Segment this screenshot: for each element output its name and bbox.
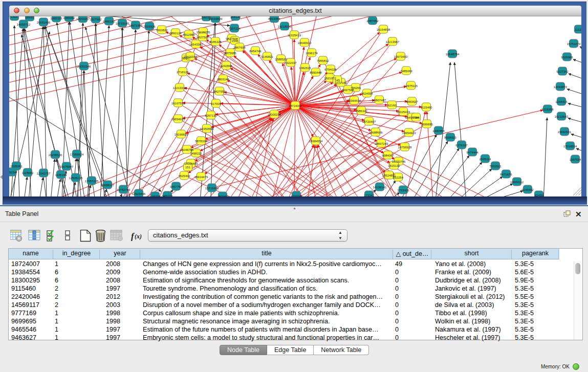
svg-text:16046786: 16046786: [180, 148, 194, 151]
svg-text:2087652: 2087652: [366, 19, 379, 23]
svg-text:14099489: 14099489: [184, 162, 198, 165]
svg-text:2718126: 2718126: [177, 71, 189, 74]
svg-text:1145194: 1145194: [55, 173, 68, 177]
svg-text:9329966: 9329966: [561, 56, 573, 59]
svg-text:8912954: 8912954: [183, 33, 195, 36]
svg-text:151: 151: [185, 166, 191, 169]
svg-text:19166825: 19166825: [175, 133, 188, 136]
svg-text:7485063: 7485063: [400, 70, 412, 73]
svg-text:173342: 173342: [364, 194, 375, 197]
svg-text:10688609: 10688609: [369, 131, 383, 134]
svg-text:18807249: 18807249: [375, 142, 388, 145]
svg-text:1362615: 1362615: [299, 67, 311, 70]
svg-text:19654935: 19654935: [171, 118, 185, 121]
svg-text:16107552: 16107552: [171, 102, 185, 105]
svg-text:9115460: 9115460: [421, 106, 433, 109]
svg-text:16033809: 16033809: [209, 17, 223, 20]
svg-text:1733426: 1733426: [397, 189, 409, 192]
svg-text:19654923: 19654923: [402, 132, 416, 135]
svg-text:7515526: 7515526: [143, 25, 156, 28]
svg-text:39154: 39154: [9, 171, 16, 174]
svg-text:11325419: 11325419: [288, 34, 301, 37]
svg-text:7663822: 7663822: [156, 29, 168, 32]
svg-text:12213967: 12213967: [386, 40, 400, 43]
svg-text:1527602: 1527602: [90, 18, 102, 21]
svg-text:9827505: 9827505: [197, 36, 209, 39]
svg-text:9227342: 9227342: [556, 70, 569, 73]
svg-text:7357224: 7357224: [228, 27, 241, 30]
svg-text:9699695: 9699695: [421, 123, 433, 126]
svg-text:16210643: 16210643: [555, 115, 569, 118]
svg-text:19384554: 19384554: [309, 140, 323, 143]
svg-text:12342757: 12342757: [37, 172, 51, 175]
svg-text:7625402: 7625402: [178, 174, 190, 178]
svg-text:16154838: 16154838: [377, 28, 390, 31]
svg-text:1405: 1405: [11, 16, 18, 18]
svg-text:8990448: 8990448: [310, 71, 322, 74]
svg-text:20206536: 20206536: [49, 154, 62, 157]
svg-text:9457791: 9457791: [170, 185, 182, 188]
svg-text:20691: 20691: [26, 16, 34, 19]
svg-text:3215958: 3215958: [541, 108, 554, 111]
svg-text:10653267: 10653267: [76, 17, 90, 20]
svg-text:1535061: 1535061: [10, 165, 23, 168]
svg-text:129234: 129234: [150, 195, 161, 197]
svg-text:9474444: 9474444: [466, 151, 478, 154]
svg-text:15751074: 15751074: [567, 42, 581, 46]
svg-text:252254: 252254: [393, 176, 404, 179]
svg-text:3624554: 3624554: [361, 92, 373, 95]
svg-text:917006: 917006: [211, 102, 222, 105]
svg-text:17957225: 17957225: [85, 180, 99, 183]
svg-text:9146821: 9146821: [261, 55, 273, 58]
svg-text:188130: 188130: [230, 16, 241, 18]
svg-text:10807487: 10807487: [373, 99, 386, 102]
svg-text:5875685: 5875685: [224, 52, 236, 55]
svg-text:9245652: 9245652: [521, 188, 534, 191]
svg-text:10958107: 10958107: [101, 184, 115, 187]
svg-text:19756928: 19756928: [398, 146, 412, 149]
svg-text:9242848: 9242848: [220, 64, 232, 68]
svg-text:16640910: 16640910: [298, 41, 312, 45]
svg-text:12093872: 12093872: [554, 85, 568, 89]
svg-text:16782759: 16782759: [117, 188, 130, 191]
svg-text:12505135: 12505135: [69, 177, 83, 180]
svg-text:8267130: 8267130: [205, 114, 217, 117]
svg-text:10025433: 10025433: [397, 111, 410, 114]
svg-text:6379197: 6379197: [455, 144, 468, 147]
svg-text:8938923: 8938923: [444, 136, 456, 139]
svg-text:8454749: 8454749: [249, 50, 262, 53]
svg-text:6466160: 6466160: [103, 20, 115, 23]
svg-text:20053346: 20053346: [77, 65, 91, 68]
svg-text:945779: 945779: [162, 194, 173, 197]
svg-text:6497568: 6497568: [342, 89, 354, 92]
svg-text:20691406: 20691406: [37, 21, 51, 24]
svg-text:10719185: 10719185: [116, 22, 129, 25]
svg-text:7955812: 7955812: [317, 59, 329, 62]
svg-text:18300295: 18300295: [268, 113, 281, 116]
svg-text:18724007: 18724007: [289, 104, 302, 107]
svg-text:23420046: 23420046: [184, 55, 198, 58]
svg-text:15720407: 15720407: [362, 120, 376, 123]
svg-text:16543382: 16543382: [189, 43, 203, 46]
svg-text:93975887: 93975887: [60, 165, 74, 168]
svg-text:15716485: 15716485: [205, 187, 219, 190]
svg-text:145: 145: [335, 79, 340, 82]
svg-text:16671385: 16671385: [129, 24, 143, 27]
svg-text:11123: 11123: [575, 28, 581, 31]
svg-text:8813054: 8813054: [268, 17, 280, 20]
svg-text:19218596: 19218596: [278, 25, 292, 28]
svg-text:8471676: 8471676: [500, 173, 512, 176]
svg-text:1115682: 1115682: [22, 171, 34, 174]
svg-text:6322037: 6322037: [285, 61, 297, 64]
svg-text:6794028: 6794028: [324, 68, 337, 71]
svg-text:12975115: 12975115: [404, 84, 418, 87]
svg-text:20364436: 20364436: [347, 99, 361, 102]
svg-text:1615132: 1615132: [388, 164, 400, 167]
svg-text:120234: 120234: [291, 194, 302, 197]
svg-text:9463627: 9463627: [406, 100, 418, 103]
svg-text:2803144: 2803144: [217, 78, 229, 81]
svg-text:12353594: 12353594: [200, 127, 214, 130]
svg-text:157164: 157164: [217, 195, 228, 197]
svg-text:16914479: 16914479: [194, 176, 208, 179]
svg-text:1588520: 1588520: [275, 58, 287, 61]
